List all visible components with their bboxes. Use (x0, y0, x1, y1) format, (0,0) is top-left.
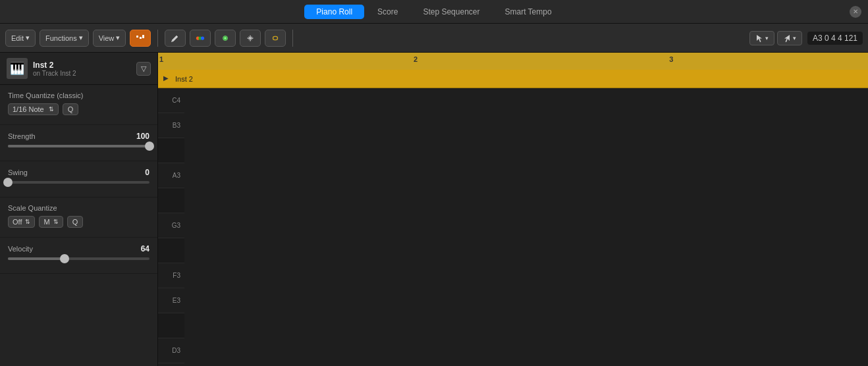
instrument-expand-button[interactable]: ▽ (136, 62, 151, 76)
timeline-numbers: 1 2 3 (158, 53, 868, 70)
separator-1 (157, 30, 158, 47)
top-bar: Piano Roll Score Step Sequencer Smart Te… (0, 0, 868, 24)
functions-menu[interactable]: Functions ▾ (40, 30, 89, 47)
view-label: View (99, 34, 115, 42)
quantize-button[interactable] (130, 30, 151, 47)
instrument-header: 🎹 Inst 2 on Track Inst 2 ▽ (0, 53, 157, 85)
functions-label: Functions (45, 34, 77, 42)
svg-rect-1 (140, 37, 142, 39)
note-value-select[interactable]: 1/16 Note ⇅ (8, 103, 59, 115)
select-tool[interactable]: ▾ (749, 31, 774, 45)
velocity-thumb[interactable] (60, 254, 69, 263)
row-label-gs3 (158, 188, 184, 213)
close-button[interactable]: ✕ (850, 6, 861, 18)
tab-smart-tempo[interactable]: Smart Tempo (493, 5, 563, 19)
quantize-controls: 1/16 Note ⇅ Q (8, 103, 149, 115)
tab-score[interactable]: Score (366, 5, 410, 19)
toolbar: Edit ▾ Functions ▾ View ▾ ▾ ▾ (0, 24, 868, 53)
row-label-ds3 (158, 313, 184, 338)
swing-label-row: Swing 0 (8, 168, 149, 177)
scale-quantize-section: Scale Quantize Off ⇅ M ⇅ Q (0, 197, 157, 238)
strength-label: Strength (8, 132, 36, 140)
scale-off-select[interactable]: Off ⇅ (8, 216, 35, 228)
velocity-value: 64 (141, 244, 149, 253)
pencil-tool[interactable] (165, 30, 186, 47)
row-label-g3: G3 (158, 213, 184, 238)
swing-label: Swing (8, 169, 28, 176)
chevron-down-icon: ▾ (765, 35, 769, 41)
strength-slider[interactable] (8, 145, 149, 147)
content-grid-wrapper[interactable] (184, 88, 868, 366)
time-quantize-section: Time Quantize (classic) 1/16 Note ⇅ Q (0, 85, 157, 125)
edit-label: Edit (11, 34, 24, 42)
stepper-icon: ⇅ (25, 219, 30, 225)
position-display: A3 0 4 4 121 (807, 32, 863, 45)
row-label-c4: C4 (158, 88, 184, 113)
svg-point-7 (225, 37, 227, 39)
row-label-a3: A3 (158, 163, 184, 188)
velocity-slider[interactable] (8, 257, 149, 260)
timeline-mark-1: 1 (159, 55, 163, 63)
velocity-label-row: Velocity 64 (8, 244, 149, 253)
instrument-track: on Track Inst 2 (33, 70, 131, 77)
track-play-button[interactable]: ▶ (163, 74, 173, 84)
row-label-c3: C3 (158, 363, 184, 366)
instrument-name: Inst 2 (33, 61, 131, 70)
tab-piano-roll[interactable]: Piano Roll (304, 5, 364, 19)
svg-rect-0 (136, 36, 138, 38)
chevron-down-icon: ▾ (26, 34, 30, 42)
row-label-f3: F3 (158, 263, 184, 288)
timeline-mark-3: 3 (669, 55, 673, 63)
track-label-row: ▶ Inst 2 (158, 70, 868, 88)
color-tool[interactable] (190, 30, 211, 47)
piano-roll-area: 1 2 3 ▶ Inst 2 C4 B3 A3 G3 F3 E3 (158, 53, 868, 366)
note-value-label: 1/16 Note (13, 105, 44, 113)
strength-label-row: Strength 100 (8, 132, 149, 141)
swing-value: 0 (145, 168, 149, 177)
scale-m-select[interactable]: M ⇅ (39, 216, 63, 228)
view-menu[interactable]: View ▾ (93, 30, 126, 47)
velocity-label: Velocity (8, 245, 33, 253)
main-layout: 🎹 Inst 2 on Track Inst 2 ▽ Time Quantize… (0, 53, 868, 366)
separator-2 (292, 30, 293, 47)
row-label-b3: B3 (158, 113, 184, 138)
velocity-section: Velocity 64 (0, 238, 157, 274)
swing-slider[interactable] (8, 181, 149, 184)
quantize-q-button[interactable]: Q (63, 103, 79, 115)
grid-area: C4 B3 A3 G3 F3 E3 D3 C3 A2 (158, 88, 868, 366)
swing-thumb[interactable] (3, 178, 13, 187)
swing-section: Swing 0 (0, 161, 157, 197)
quantize-title: Time Quantize (classic) (8, 92, 149, 99)
chevron-down-icon: ▾ (793, 35, 796, 41)
edit-menu[interactable]: Edit ▾ (5, 30, 36, 47)
svg-point-5 (201, 36, 204, 39)
track-label: Inst 2 (175, 75, 193, 83)
strength-value: 100 (136, 132, 149, 141)
stepper-icon: ⇅ (49, 106, 54, 113)
cursor-tools: ▾ ▾ (749, 31, 802, 45)
cursor-tool-2[interactable]: ▾ (777, 31, 802, 45)
stepper-icon: ⇅ (53, 219, 59, 225)
svg-rect-2 (142, 35, 144, 38)
velocity-tool[interactable] (215, 30, 236, 47)
row-label-as3 (158, 138, 184, 163)
toolbar-right: ▾ ▾ A3 0 4 4 121 (749, 31, 863, 45)
link-tool[interactable] (265, 30, 286, 47)
timeline-bar: 1 2 3 (158, 53, 868, 70)
row-label-e3: E3 (158, 288, 184, 313)
chevron-down-icon: ▾ (79, 34, 83, 42)
instrument-info: Inst 2 on Track Inst 2 (33, 61, 131, 77)
scale-quantize-controls: Off ⇅ M ⇅ Q (8, 216, 149, 228)
scale-m-label: M (43, 218, 49, 226)
split-tool[interactable] (240, 30, 261, 47)
tab-step-sequencer[interactable]: Step Sequencer (411, 5, 491, 19)
scale-off-label: Off (13, 218, 22, 226)
tab-group: Piano Roll Score Step Sequencer Smart Te… (304, 5, 563, 19)
scale-q-button[interactable]: Q (67, 216, 84, 228)
scale-quantize-title: Scale Quantize (8, 204, 149, 212)
strength-thumb[interactable] (145, 142, 154, 151)
row-labels: C4 B3 A3 G3 F3 E3 D3 C3 A2 (158, 88, 184, 366)
row-label-fs3 (158, 238, 184, 263)
instrument-icon: 🎹 (7, 58, 28, 79)
left-panel: 🎹 Inst 2 on Track Inst 2 ▽ Time Quantize… (0, 53, 158, 366)
